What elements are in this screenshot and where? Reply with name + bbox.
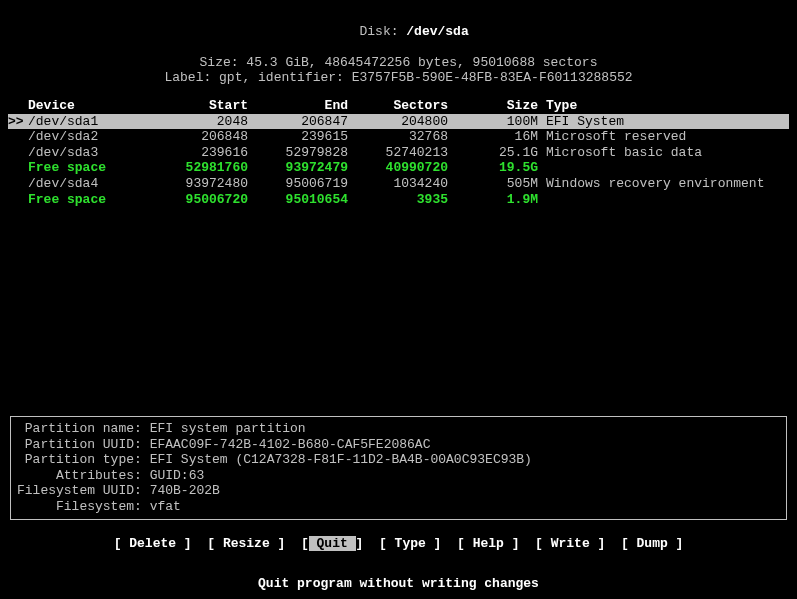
col-size: Size	[448, 98, 538, 114]
start-cell: 206848	[158, 129, 248, 145]
type-button[interactable]: [ Type ]	[379, 536, 441, 551]
write-button[interactable]: [ Write ]	[535, 536, 605, 551]
col-end: End	[248, 98, 348, 114]
device-cell: /dev/sda1	[28, 114, 158, 130]
dump-button[interactable]: [ Dump ]	[621, 536, 683, 551]
info-attr-label: Attributes:	[17, 468, 150, 483]
size-line: Size: 45.3 GiB, 48645472256 bytes, 95010…	[0, 55, 797, 71]
device-cell: /dev/sda4	[28, 176, 158, 192]
help-button[interactable]: [ Help ]	[457, 536, 519, 551]
sectors-cell: 40990720	[348, 160, 448, 176]
hint-line: Quit program without writing changes	[0, 576, 797, 592]
sectors-cell: 3935	[348, 192, 448, 208]
type-cell: Windows recovery environment	[538, 176, 789, 192]
button-bar: [ Delete ] [ Resize ] [ Quit ] [ Type ] …	[0, 536, 797, 552]
col-type: Type	[538, 98, 789, 114]
start-cell: 95006720	[158, 192, 248, 208]
info-attr-value: GUID:63	[150, 468, 205, 483]
table-row[interactable]: /dev/sda22068482396153276816MMicrosoft r…	[8, 129, 789, 145]
device-cell: /dev/sda2	[28, 129, 158, 145]
start-cell: 239616	[158, 145, 248, 161]
col-sectors: Sectors	[348, 98, 448, 114]
info-fs-value: vfat	[150, 499, 181, 514]
table-row[interactable]: >>/dev/sda12048206847204800100MEFI Syste…	[8, 114, 789, 130]
size-cell: 25.1G	[448, 145, 538, 161]
size-cell: 100M	[448, 114, 538, 130]
disk-label: Disk:	[359, 24, 406, 39]
size-cell: 1.9M	[448, 192, 538, 208]
end-cell: 206847	[248, 114, 348, 130]
sectors-cell: 52740213	[348, 145, 448, 161]
info-ptype-value: EFI System (C12A7328-F81F-11D2-BA4B-00A0…	[150, 452, 532, 467]
end-cell: 239615	[248, 129, 348, 145]
end-cell: 93972479	[248, 160, 348, 176]
sectors-cell: 32768	[348, 129, 448, 145]
size-cell: 16M	[448, 129, 538, 145]
disk-value: /dev/sda	[406, 24, 468, 39]
size-cell: 505M	[448, 176, 538, 192]
quit-button[interactable]: [ Quit ]	[301, 536, 363, 551]
sectors-cell: 1034240	[348, 176, 448, 192]
resize-button[interactable]: [ Resize ]	[207, 536, 285, 551]
table-row[interactable]: Free space52981760939724794099072019.5G	[8, 160, 789, 176]
partition-info-box: Partition name: EFI system partition Par…	[10, 416, 787, 520]
device-cell: Free space	[28, 160, 158, 176]
start-cell: 52981760	[158, 160, 248, 176]
delete-button[interactable]: [ Delete ]	[114, 536, 192, 551]
sectors-cell: 204800	[348, 114, 448, 130]
device-cell: Free space	[28, 192, 158, 208]
table-header: Device Start End Sectors Size Type	[8, 98, 789, 114]
start-cell: 2048	[158, 114, 248, 130]
type-cell: Microsoft basic data	[538, 145, 789, 161]
type-cell	[538, 160, 789, 176]
partition-table: Device Start End Sectors Size Type >>/de…	[0, 98, 797, 207]
info-uuid-value: EFAAC09F-742B-4102-B680-CAF5FE2086AC	[150, 437, 431, 452]
header: Disk: /dev/sda Size: 45.3 GiB, 486454722…	[0, 8, 797, 86]
table-row[interactable]: /dev/sda493972480950067191034240505MWind…	[8, 176, 789, 192]
start-cell: 93972480	[158, 176, 248, 192]
type-cell: Microsoft reserved	[538, 129, 789, 145]
info-name-value: EFI system partition	[150, 421, 306, 436]
end-cell: 52979828	[248, 145, 348, 161]
table-row[interactable]: /dev/sda3239616529798285274021325.1GMicr…	[8, 145, 789, 161]
info-fsuuid-label: Filesystem UUID:	[17, 483, 150, 498]
end-cell: 95010654	[248, 192, 348, 208]
info-ptype-label: Partition type:	[17, 452, 150, 467]
info-name-label: Partition name:	[17, 421, 150, 436]
device-cell: /dev/sda3	[28, 145, 158, 161]
info-fsuuid-value: 740B-202B	[150, 483, 220, 498]
type-cell: EFI System	[538, 114, 789, 130]
type-cell	[538, 192, 789, 208]
label-line: Label: gpt, identifier: E3757F5B-590E-48…	[0, 70, 797, 86]
col-start: Start	[158, 98, 248, 114]
col-device: Device	[28, 98, 158, 114]
table-row[interactable]: Free space950067209501065439351.9M	[8, 192, 789, 208]
end-cell: 95006719	[248, 176, 348, 192]
size-cell: 19.5G	[448, 160, 538, 176]
info-fs-label: Filesystem:	[17, 499, 150, 514]
info-uuid-label: Partition UUID:	[17, 437, 150, 452]
